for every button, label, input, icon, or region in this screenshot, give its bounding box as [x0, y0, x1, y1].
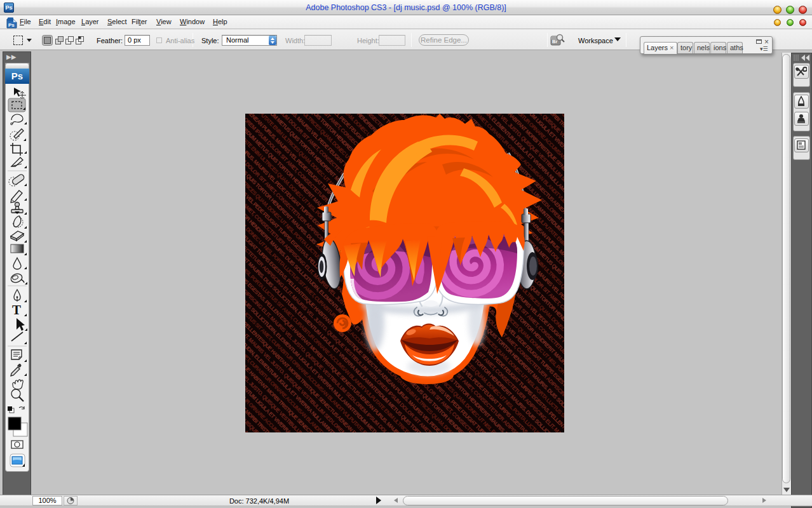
svg-text:T: T — [12, 302, 21, 318]
svg-text:Br: Br — [552, 39, 557, 44]
svg-text:Ps: Ps — [8, 22, 15, 28]
